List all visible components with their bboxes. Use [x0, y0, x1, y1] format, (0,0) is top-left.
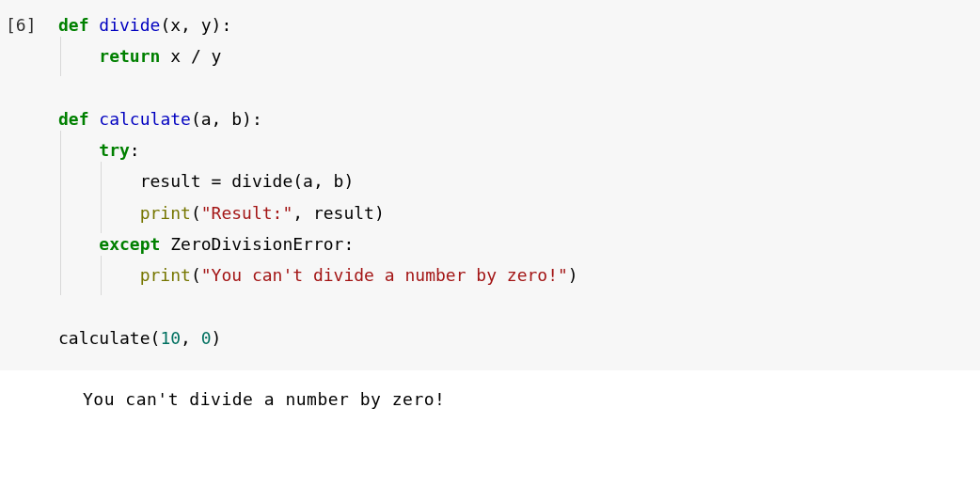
code-block[interactable]: def divide(x, y): return x / y def calcu…	[58, 9, 980, 353]
cell-output: You can't divide a number by zero!	[83, 384, 980, 415]
code-line: return x / y	[58, 46, 221, 66]
code-line: def divide(x, y):	[58, 15, 231, 35]
code-line: print("You can't divide a number by zero…	[58, 265, 578, 285]
code-line: def calculate(a, b):	[58, 109, 262, 129]
cell-prompt: [6]	[0, 9, 58, 353]
indent-guide	[58, 40, 69, 71]
indent-guide	[99, 259, 109, 290]
code-line: print("Result:", result)	[58, 203, 385, 223]
notebook-cell: [6] def divide(x, y): return x / y def c…	[0, 0, 980, 419]
code-line: calculate(10, 0)	[58, 328, 221, 348]
cell-output-area: You can't divide a number by zero!	[0, 370, 980, 418]
code-input-area: [6] def divide(x, y): return x / y def c…	[0, 0, 980, 370]
indent-guide	[58, 259, 69, 290]
code-line: try:	[58, 140, 140, 160]
output-gutter	[0, 384, 83, 415]
indent-guide	[99, 197, 109, 228]
code-line: result = divide(a, b)	[58, 171, 354, 191]
code-line: except ZeroDivisionError:	[58, 234, 354, 254]
